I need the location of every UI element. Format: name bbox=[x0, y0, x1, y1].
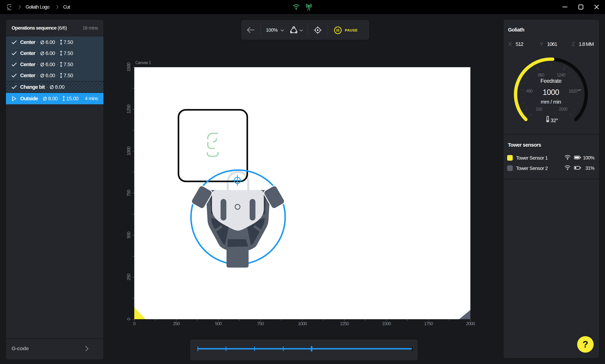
svg-text:Feedrate: Feedrate bbox=[540, 78, 561, 84]
svg-text:1000: 1000 bbox=[298, 321, 307, 326]
svg-text:2000: 2000 bbox=[559, 106, 567, 111]
svg-text:32°: 32° bbox=[551, 117, 558, 123]
svg-text:1250: 1250 bbox=[126, 105, 131, 114]
svg-text:1250: 1250 bbox=[340, 321, 349, 326]
svg-text:750: 750 bbox=[126, 190, 131, 196]
svg-text:1240: 1240 bbox=[557, 72, 565, 77]
svg-text:860: 860 bbox=[538, 72, 544, 77]
svg-text:1500: 1500 bbox=[126, 63, 131, 72]
svg-text:Canvas 1: Canvas 1 bbox=[135, 60, 151, 65]
svg-text:2000: 2000 bbox=[466, 321, 475, 326]
svg-text:1000: 1000 bbox=[543, 88, 559, 96]
svg-text:1750: 1750 bbox=[424, 321, 433, 326]
svg-text:250: 250 bbox=[173, 321, 180, 326]
svg-text:250: 250 bbox=[126, 274, 131, 281]
svg-text:1620: 1620 bbox=[569, 89, 577, 93]
svg-text:0: 0 bbox=[133, 321, 136, 326]
svg-text:480: 480 bbox=[526, 89, 533, 93]
svg-text:1000: 1000 bbox=[126, 147, 131, 156]
svg-text:100: 100 bbox=[536, 106, 542, 111]
svg-text:0: 0 bbox=[126, 318, 131, 320]
svg-text:500: 500 bbox=[215, 321, 222, 326]
svg-text:500: 500 bbox=[126, 232, 131, 238]
svg-text:mm / min: mm / min bbox=[541, 99, 561, 105]
svg-text:750: 750 bbox=[257, 321, 264, 326]
svg-text:1500: 1500 bbox=[382, 321, 391, 326]
